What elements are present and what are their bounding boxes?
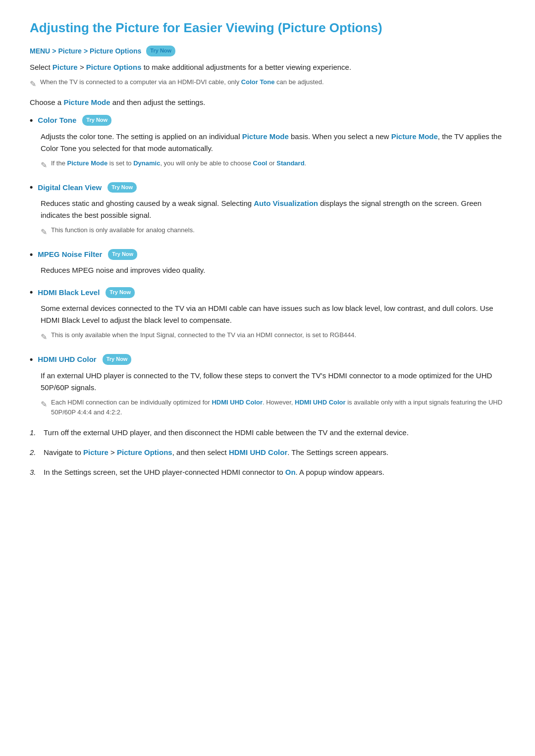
intro-picture-options-link: Picture Options xyxy=(86,63,142,71)
digital-clean-view-try-now[interactable]: Try Now xyxy=(107,182,137,193)
picture-options-link-step2: Picture Options xyxy=(117,448,172,456)
picture-link-step2: Picture xyxy=(83,448,108,456)
step-2: 2. Navigate to Picture > Picture Options… xyxy=(30,447,505,458)
hdmi-uhd-color-link2: HDMI UHD Color xyxy=(295,399,346,406)
hdmi-uhd-color-label: HDMI UHD Color xyxy=(38,353,96,365)
intro-picture-link: Picture xyxy=(53,63,78,71)
digital-clean-view-header: • Digital Clean View Try Now xyxy=(30,180,505,195)
list-item-hdmi-uhd-color: • HDMI UHD Color Try Now If an external … xyxy=(30,353,505,418)
step-3: 3. In the Settings screen, set the UHD p… xyxy=(30,466,505,478)
color-tone-link-note: Color Tone xyxy=(241,78,275,86)
digital-clean-view-sub-note-text: This function is only available for anal… xyxy=(51,225,195,236)
bullet-color-tone: • xyxy=(30,113,33,128)
hdmi-uhd-color-link-step2: HDMI UHD Color xyxy=(229,448,287,456)
color-tone-try-now[interactable]: Try Now xyxy=(82,115,111,126)
standard-link: Standard xyxy=(276,159,304,167)
bullet-hbl: • xyxy=(30,285,33,300)
picture-mode-link-ct2: Picture Mode xyxy=(391,132,438,141)
step-3-num: 3. xyxy=(30,466,39,478)
mpeg-noise-filter-header: • MPEG Noise Filter Try Now xyxy=(30,248,505,262)
intro-text: Select Picture > Picture Options to make… xyxy=(30,61,505,73)
pencil-icon-huc: ✎ xyxy=(41,398,47,411)
hdmi-black-level-description: Some external devices connected to the T… xyxy=(41,302,505,326)
hdmi-black-level-try-now[interactable]: Try Now xyxy=(106,287,135,298)
steps-list: 1. Turn off the external UHD player, and… xyxy=(30,427,505,478)
color-tone-sub-note: ✎ If the Picture Mode is set to Dynamic,… xyxy=(41,158,505,172)
main-list: • Color Tone Try Now Adjusts the color t… xyxy=(30,113,505,418)
list-item-mpeg-noise-filter: • MPEG Noise Filter Try Now Reduces MPEG… xyxy=(30,248,505,277)
step-1-text: Turn off the external UHD player, and th… xyxy=(44,427,409,439)
picture-mode-link-choose: Picture Mode xyxy=(63,98,110,106)
step-2-text: Navigate to Picture > Picture Options, a… xyxy=(44,447,388,458)
breadcrumb-sep1: > xyxy=(52,46,56,56)
page-title: Adjusting the Picture for Easier Viewing… xyxy=(30,20,505,37)
pencil-icon-hbl: ✎ xyxy=(41,331,47,344)
step-3-text: In the Settings screen, set the UHD play… xyxy=(44,466,384,478)
hdmi-black-level-header: • HDMI Black Level Try Now xyxy=(30,285,505,300)
picture-mode-link-ct3: Picture Mode xyxy=(67,159,108,167)
list-item-hdmi-black-level: • HDMI Black Level Try Now Some external… xyxy=(30,285,505,343)
bullet-mnf: • xyxy=(30,248,33,262)
digital-clean-view-sub-note: ✎ This function is only available for an… xyxy=(41,225,505,239)
pencil-icon-dcv: ✎ xyxy=(41,226,47,239)
mpeg-noise-filter-label: MPEG Noise Filter xyxy=(38,249,102,260)
hdmi-uhd-color-description: If an external UHD player is connected t… xyxy=(41,370,505,394)
mpeg-noise-filter-description: Reduces MPEG noise and improves video qu… xyxy=(41,264,505,276)
pencil-icon-1: ✎ xyxy=(30,78,36,91)
auto-visualization-link: Auto Visualization xyxy=(254,199,318,207)
color-tone-sub-note-text: If the Picture Mode is set to Dynamic, y… xyxy=(51,158,306,169)
hdmi-black-level-sub-note: ✎ This is only available when the Input … xyxy=(41,330,505,344)
step-1-num: 1. xyxy=(30,427,39,439)
breadcrumb-picture: Picture xyxy=(58,46,81,56)
hdmi-black-level-sub-note-text: This is only available when the Input Si… xyxy=(51,330,356,341)
color-tone-description: Adjusts the color tone. The setting is a… xyxy=(41,131,505,154)
picture-mode-link-ct: Picture Mode xyxy=(242,132,289,141)
step-2-num: 2. xyxy=(30,447,39,458)
digital-clean-view-label: Digital Clean View xyxy=(38,182,102,194)
note-hdmi-dvi: ✎ When the TV is connected to a computer… xyxy=(30,77,505,91)
hdmi-black-level-label: HDMI Black Level xyxy=(38,287,100,299)
breadcrumb-sep2: > xyxy=(84,46,88,56)
bullet-huc: • xyxy=(30,353,33,367)
choose-text: Choose a Picture Mode and then adjust th… xyxy=(30,97,505,108)
digital-clean-view-description: Reduces static and ghosting caused by a … xyxy=(41,198,505,221)
dynamic-link: Dynamic xyxy=(133,159,160,167)
pencil-icon-ct: ✎ xyxy=(41,159,47,172)
hdmi-uhd-color-try-now[interactable]: Try Now xyxy=(103,354,132,365)
on-link-step3: On xyxy=(285,468,296,476)
hdmi-uhd-color-header: • HDMI UHD Color Try Now xyxy=(30,353,505,367)
mpeg-noise-filter-try-now[interactable]: Try Now xyxy=(108,249,137,260)
hdmi-uhd-color-sub-note: ✎ Each HDMI connection can be individual… xyxy=(41,398,505,418)
hdmi-uhd-color-sub-note-text: Each HDMI connection can be individually… xyxy=(51,398,505,418)
breadcrumb: MENU > Picture > Picture Options Try Now xyxy=(30,46,505,56)
color-tone-header: • Color Tone Try Now xyxy=(30,113,505,128)
list-item-digital-clean-view: • Digital Clean View Try Now Reduces sta… xyxy=(30,180,505,238)
cool-link: Cool xyxy=(253,159,268,167)
color-tone-label: Color Tone xyxy=(38,114,76,126)
breadcrumb-menu: MENU xyxy=(30,46,50,56)
step-1: 1. Turn off the external UHD player, and… xyxy=(30,427,505,439)
list-item-color-tone: • Color Tone Try Now Adjusts the color t… xyxy=(30,113,505,171)
note-hdmi-dvi-text: When the TV is connected to a computer v… xyxy=(40,77,324,88)
breadcrumb-picture-options: Picture Options xyxy=(90,46,141,56)
breadcrumb-try-now-badge[interactable]: Try Now xyxy=(146,46,175,56)
bullet-dcv: • xyxy=(30,180,33,195)
hdmi-uhd-color-link1: HDMI UHD Color xyxy=(212,399,263,406)
